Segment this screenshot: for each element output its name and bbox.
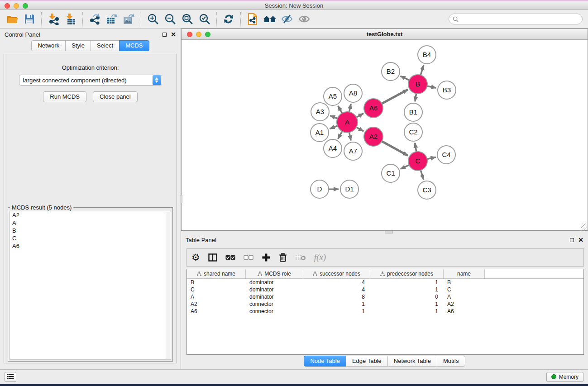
graph-node-A5[interactable]: A5	[324, 87, 342, 105]
graph-node-C4[interactable]: C4	[437, 146, 455, 164]
graph-node-D1[interactable]: D1	[340, 180, 359, 198]
mcds-result-list[interactable]: A2ABCA6	[10, 211, 171, 360]
delete-table-button[interactable]	[295, 254, 306, 261]
mcds-result-item[interactable]: A6	[10, 242, 171, 250]
function-builder-button[interactable]: f(x)	[314, 253, 326, 262]
table-row[interactable]: Adominator80A	[187, 293, 583, 300]
tab-style[interactable]: Style	[65, 40, 91, 51]
graph-node-C1[interactable]: C1	[382, 164, 400, 182]
tab-node-table[interactable]: Node Table	[304, 356, 346, 367]
tab-network[interactable]: Network	[31, 40, 66, 51]
split-divider-handle[interactable]	[385, 231, 393, 234]
window-title: Session: New Session	[0, 2, 588, 9]
split-divider-handle[interactable]	[180, 195, 182, 203]
graph-node-A6[interactable]: A6	[364, 99, 383, 118]
svg-text:C: C	[416, 157, 421, 165]
table-cell: 1	[370, 279, 444, 286]
table-row[interactable]: A2connector11A2	[187, 300, 583, 308]
zoom-fit-button[interactable]	[179, 12, 196, 26]
apply-layout-button[interactable]	[220, 12, 237, 26]
select-stepper-icon	[153, 75, 161, 85]
tab-mcds[interactable]: MCDS	[119, 40, 149, 51]
mcds-result-item[interactable]: C	[10, 234, 171, 242]
table-cell: 0	[370, 293, 444, 300]
run-mcds-button[interactable]: Run MCDS	[43, 91, 86, 102]
svg-text:B: B	[416, 80, 420, 88]
unselect-all-button[interactable]	[244, 255, 253, 260]
column-header-name[interactable]: name	[444, 269, 485, 278]
close-panel-button[interactable]: Close panel	[93, 91, 138, 102]
tab-select[interactable]: Select	[91, 40, 120, 51]
select-all-button[interactable]	[225, 255, 235, 260]
first-neighbors-button[interactable]	[261, 12, 278, 26]
node-table[interactable]: shared nameMCDS rolesuccessor nodesprede…	[186, 269, 584, 355]
svg-text:A1: A1	[316, 129, 324, 136]
graph-node-B1[interactable]: B1	[404, 103, 422, 121]
table-row[interactable]: Cdominator41C	[187, 286, 583, 293]
float-panel-icon[interactable]	[570, 238, 574, 242]
graph-node-B4[interactable]: B4	[418, 46, 436, 64]
tab-motifs[interactable]: Motifs	[437, 356, 465, 367]
graph-node-A2[interactable]: A2	[364, 127, 383, 146]
column-header-MCDS-role[interactable]: MCDS role	[246, 269, 303, 278]
close-panel-icon[interactable]: ✕	[578, 238, 583, 242]
graph-node-C2[interactable]: C2	[404, 123, 422, 141]
delete-row-button[interactable]	[279, 253, 287, 262]
memory-button[interactable]: Memory	[546, 372, 583, 382]
graph-node-A8[interactable]: A8	[344, 84, 362, 102]
table-cell: 1	[370, 308, 444, 315]
export-network-button[interactable]	[86, 12, 103, 26]
network-document-icon	[247, 13, 258, 25]
import-network-button[interactable]	[45, 12, 62, 26]
table-cell: 1	[370, 300, 444, 308]
export-table-button[interactable]	[103, 12, 120, 26]
graph-node-B2[interactable]: B2	[382, 62, 400, 81]
graph-node-A3[interactable]: A3	[311, 103, 329, 121]
tab-edge-table[interactable]: Edge Table	[346, 356, 388, 367]
graph-node-A7[interactable]: A7	[344, 142, 362, 160]
column-header-predecessor-nodes[interactable]: predecessor nodes	[370, 269, 444, 278]
close-panel-icon[interactable]: ✕	[171, 32, 176, 37]
window-resize-grip[interactable]	[581, 224, 587, 230]
zoom-out-button[interactable]	[162, 12, 179, 26]
export-image-button[interactable]	[120, 12, 138, 26]
show-all-button[interactable]	[296, 12, 313, 26]
plus-icon	[262, 253, 271, 262]
save-session-button[interactable]	[21, 12, 38, 26]
mcds-result-item[interactable]: A2	[10, 211, 171, 219]
table-row[interactable]: A6connector11A6	[187, 308, 583, 315]
graph-node-B3[interactable]: B3	[438, 81, 456, 99]
hide-selected-button[interactable]	[278, 12, 296, 26]
search-input[interactable]	[461, 16, 578, 22]
new-network-button[interactable]	[244, 12, 261, 26]
table-settings-button[interactable]: ⚙	[191, 253, 200, 262]
graph-node-A[interactable]: A	[337, 112, 358, 133]
network-window-titlebar[interactable]: testGlobe.txt	[182, 29, 588, 40]
tab-network-table[interactable]: Network Table	[387, 356, 437, 367]
mcds-result-item[interactable]: B	[10, 227, 171, 234]
column-header-successor-nodes[interactable]: successor nodes	[303, 269, 370, 278]
zoom-selected-button[interactable]	[196, 12, 213, 26]
import-table-button[interactable]	[62, 12, 79, 26]
search-field[interactable]	[449, 14, 583, 24]
zoom-in-button[interactable]	[144, 12, 162, 26]
optimization-criterion-select[interactable]: largest connected component (directed)	[19, 75, 162, 86]
network-canvas[interactable]: B4B2BB3A8A5A6A3B1AA1C2A2A4A7C4CC1C3DD1	[182, 40, 588, 230]
show-panels-button[interactable]	[5, 372, 16, 382]
table-cell: 4	[303, 286, 370, 293]
graph-node-C3[interactable]: C3	[418, 181, 436, 199]
graph-node-A4[interactable]: A4	[324, 139, 342, 157]
horizontal-split-divider[interactable]	[181, 231, 588, 234]
show-column-button[interactable]	[208, 253, 217, 262]
mcds-result-item[interactable]: A	[10, 219, 171, 227]
graph-node-C[interactable]: C	[408, 152, 427, 171]
graph-node-B[interactable]: B	[408, 75, 427, 94]
column-header-shared-name[interactable]: shared name	[187, 269, 246, 278]
scrollbar-track[interactable]	[166, 212, 170, 359]
open-session-button[interactable]	[4, 12, 21, 26]
add-row-button[interactable]	[262, 253, 271, 262]
graph-node-A1[interactable]: A1	[311, 124, 329, 142]
float-panel-icon[interactable]	[163, 33, 167, 37]
graph-node-D[interactable]: D	[311, 180, 329, 198]
table-row[interactable]: Bdominator41B	[187, 279, 583, 286]
